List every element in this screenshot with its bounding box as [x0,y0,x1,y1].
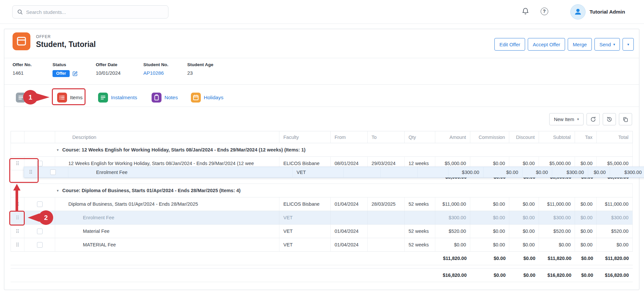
header-from: From [331,131,368,143]
collapse-caret-icon[interactable]: ▾ [57,189,59,193]
cell-qty: 52 weeks [405,197,435,211]
topbar: ? Tutorial Admin [0,0,644,24]
cell-total: $300.00 [610,167,644,177]
item-row-material-fee: ⠿ Material Fee VET 01/04/2024 52 weeks $… [11,225,633,238]
chevron-down-icon: ▾ [613,43,615,46]
cell-faculty: ELICOS Bisbane [279,197,331,211]
cell-description: MATERIAL Fee [55,238,279,251]
tab-instalments-label: Instalments [111,95,137,101]
chevron-down-icon: ▾ [627,43,629,46]
divider [4,84,639,85]
header-tax: Tax [575,131,597,143]
grand-total-amount: $16,820.00 [436,269,471,282]
avatar[interactable] [570,4,586,20]
header-subtotal: Subtotal [539,131,575,143]
chevron-down-icon: ▾ [577,117,579,121]
user-name: Tutorial Admin [590,9,625,15]
grand-total-commission: $0.00 [471,269,510,282]
annotation-up-arrow-shaft [16,190,18,212]
tab-holidays[interactable]: Holidays [191,92,223,103]
row-checkbox[interactable] [50,169,56,175]
table-header-row: Description Faculty From To Qty Amount C… [11,131,633,143]
record-type-label: OFFER [36,34,51,39]
history-clock-icon [606,116,612,122]
status-badge: Offer [53,70,70,77]
cell-to: 28/03/2025 [368,197,405,211]
drag-handle-icon: ⠿ [16,242,19,247]
annotation-items-tab-highlight-box [52,88,86,105]
more-actions-button[interactable]: ▾ [623,38,634,51]
drag-handle-cell[interactable]: ⠿ [11,225,24,238]
new-item-button[interactable]: New Item▾ [549,113,584,125]
dragged-row: ⠿ Enrolment Fee VET $300.00 $0.00 $0.00 … [24,167,644,178]
status-label: Status [53,62,78,67]
grand-total-subtotal: $16,820.00 [539,269,575,282]
cell-commission: $0.00 [483,167,522,177]
cell-total: $0.00 [597,238,632,251]
cell-total: $300.00 [597,211,632,224]
header-faculty: Faculty [279,131,331,143]
help-button[interactable]: ? [538,5,550,17]
drag-handle-cell[interactable]: ⠿ [11,238,24,251]
notifications-button[interactable] [519,5,531,17]
page-title: Student, Tutorial [36,40,96,49]
offer-panel: OFFER Student, Tutorial Edit Offer Accep… [4,29,639,290]
search-box[interactable] [12,5,168,19]
course-group-header-1: ▾ Course: 12 Weeks English for Working H… [11,143,633,157]
header-handle-spacer [11,131,24,143]
cell-commission: $0.00 [470,238,509,251]
header-commission: Commission [470,131,509,143]
merge-button[interactable]: Merge [568,38,592,51]
cell-subtotal: $520.00 [539,225,575,238]
offer-record-icon [13,32,30,52]
cell-description: Enrolment Fee [68,167,293,177]
cell-to [368,211,405,224]
header-description: Description [55,131,279,143]
holidays-calendar-icon [191,93,201,103]
row-checkbox[interactable] [37,201,43,207]
tab-notes-label: Notes [164,95,178,101]
row-checkbox[interactable] [37,229,43,234]
cell-from: 01/04/2024 [331,225,368,238]
student-no-link[interactable]: AP10286 [143,70,164,76]
row-checkbox[interactable] [37,242,43,248]
cell-description: Diploma of Business, Starts 01/Apr/2024 … [55,197,279,211]
cell-discount: $0.00 [522,167,552,177]
cell-amount: $11,000.00 [435,197,470,211]
cell-qty: 52 weeks [405,238,435,251]
total-amount: $11,820.00 [436,252,471,265]
total-discount: $0.00 [510,252,539,265]
header-amount: Amount [435,131,470,143]
offer-date-field: Offer Date 10/01/2024 [96,62,121,76]
cell-to [368,238,405,251]
course-group-title: Course: 12 Weeks English for Working Hol… [62,147,306,152]
item-row-material-fee-2: ⠿ MATERIAL Fee VET 01/04/2024 52 weeks $… [11,238,633,252]
checkbox-cell [38,167,68,177]
annotation-step-1-callout: 1 [23,90,38,105]
accept-offer-button[interactable]: Accept Offer [528,38,565,51]
checkbox-cell [24,197,55,211]
total-tax: $0.00 [575,252,597,265]
cell-description: Material Fee [55,225,279,238]
edit-offer-button[interactable]: Edit Offer [494,38,525,51]
edit-status-button[interactable] [72,71,78,76]
annotation-step-2-pointer [28,213,40,222]
table-toolbar: New Item▾ [549,113,632,125]
tab-notes[interactable]: Notes [152,92,178,103]
cell-faculty: VET [293,167,344,177]
search-input[interactable] [26,9,163,15]
item-row-enrolment-fee-ghost: ⠿ Enrolment Fee VET $300.00 $0.00 $0.00 … [11,211,633,225]
cell-description: Enrolment Fee [55,211,279,224]
tab-instalments[interactable]: Instalments [98,92,137,103]
grand-total-total: $16,820.00 [597,269,633,282]
copy-button[interactable] [619,113,632,125]
cell-faculty: VET [279,211,331,224]
collapse-caret-icon[interactable]: ▾ [57,148,59,152]
cell-discount: $0.00 [509,197,539,211]
refresh-button[interactable] [587,113,600,125]
student-no-field: Student No. AP10286 [143,62,168,76]
status-field: Status Offer [53,62,78,77]
history-button[interactable] [603,113,616,125]
send-button[interactable]: Send▾ [594,38,620,51]
cell-from: 01/04/2024 [331,197,368,211]
